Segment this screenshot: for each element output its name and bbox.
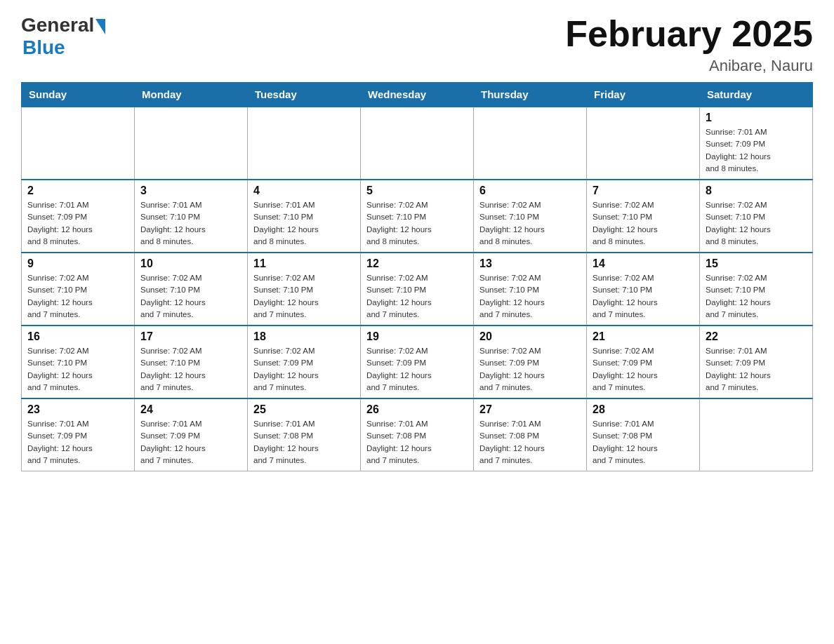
calendar-table: SundayMondayTuesdayWednesdayThursdayFrid… bbox=[21, 82, 813, 471]
day-info: Sunrise: 7:02 AM Sunset: 7:10 PM Dayligh… bbox=[479, 199, 581, 248]
calendar-week-row-3: 9Sunrise: 7:02 AM Sunset: 7:10 PM Daylig… bbox=[22, 253, 813, 326]
day-info: Sunrise: 7:02 AM Sunset: 7:09 PM Dayligh… bbox=[479, 345, 581, 394]
day-info: Sunrise: 7:02 AM Sunset: 7:10 PM Dayligh… bbox=[706, 199, 807, 248]
calendar-week-row-5: 23Sunrise: 7:01 AM Sunset: 7:09 PM Dayli… bbox=[22, 398, 813, 471]
calendar-week-row-1: 1Sunrise: 7:01 AM Sunset: 7:09 PM Daylig… bbox=[22, 107, 813, 180]
day-info: Sunrise: 7:01 AM Sunset: 7:08 PM Dayligh… bbox=[366, 418, 468, 467]
logo-blue-text: Blue bbox=[22, 36, 65, 59]
day-info: Sunrise: 7:02 AM Sunset: 7:10 PM Dayligh… bbox=[593, 199, 694, 248]
calendar-cell: 3Sunrise: 7:01 AM Sunset: 7:10 PM Daylig… bbox=[135, 180, 248, 253]
calendar-cell: 21Sunrise: 7:02 AM Sunset: 7:09 PM Dayli… bbox=[587, 326, 700, 398]
day-info: Sunrise: 7:02 AM Sunset: 7:10 PM Dayligh… bbox=[27, 345, 128, 394]
day-number: 20 bbox=[479, 330, 581, 343]
day-number: 8 bbox=[706, 185, 807, 197]
calendar-cell bbox=[587, 107, 700, 180]
day-number: 12 bbox=[366, 257, 468, 270]
calendar-cell: 17Sunrise: 7:02 AM Sunset: 7:10 PM Dayli… bbox=[135, 326, 248, 398]
day-info: Sunrise: 7:01 AM Sunset: 7:10 PM Dayligh… bbox=[253, 199, 355, 248]
calendar-header-row: SundayMondayTuesdayWednesdayThursdayFrid… bbox=[22, 83, 813, 107]
location-title: Anibare, Nauru bbox=[565, 57, 813, 75]
calendar-cell: 8Sunrise: 7:02 AM Sunset: 7:10 PM Daylig… bbox=[700, 180, 813, 253]
day-number: 27 bbox=[479, 403, 581, 416]
calendar-cell: 12Sunrise: 7:02 AM Sunset: 7:10 PM Dayli… bbox=[361, 253, 474, 326]
day-number: 13 bbox=[479, 257, 581, 270]
calendar-cell: 14Sunrise: 7:02 AM Sunset: 7:10 PM Dayli… bbox=[587, 253, 700, 326]
calendar-cell: 26Sunrise: 7:01 AM Sunset: 7:08 PM Dayli… bbox=[361, 398, 474, 471]
day-number: 14 bbox=[593, 257, 694, 270]
day-number: 16 bbox=[27, 330, 128, 343]
calendar-cell bbox=[361, 107, 474, 180]
day-number: 2 bbox=[27, 185, 128, 197]
logo-general-text: General bbox=[21, 14, 94, 36]
day-number: 22 bbox=[706, 330, 807, 343]
day-number: 17 bbox=[140, 330, 241, 343]
day-number: 9 bbox=[27, 257, 128, 270]
weekday-header-wednesday: Wednesday bbox=[361, 83, 474, 107]
calendar-cell: 10Sunrise: 7:02 AM Sunset: 7:10 PM Dayli… bbox=[135, 253, 248, 326]
calendar-cell: 18Sunrise: 7:02 AM Sunset: 7:09 PM Dayli… bbox=[248, 326, 361, 398]
calendar-cell: 9Sunrise: 7:02 AM Sunset: 7:10 PM Daylig… bbox=[22, 253, 135, 326]
calendar-week-row-2: 2Sunrise: 7:01 AM Sunset: 7:09 PM Daylig… bbox=[22, 180, 813, 253]
day-number: 6 bbox=[479, 185, 581, 197]
month-title: February 2025 bbox=[565, 14, 813, 54]
calendar-cell bbox=[248, 107, 361, 180]
calendar-cell bbox=[135, 107, 248, 180]
calendar-cell: 5Sunrise: 7:02 AM Sunset: 7:10 PM Daylig… bbox=[361, 180, 474, 253]
day-info: Sunrise: 7:01 AM Sunset: 7:09 PM Dayligh… bbox=[27, 199, 128, 248]
day-info: Sunrise: 7:02 AM Sunset: 7:10 PM Dayligh… bbox=[140, 272, 241, 321]
day-info: Sunrise: 7:01 AM Sunset: 7:09 PM Dayligh… bbox=[706, 126, 807, 175]
calendar-cell: 4Sunrise: 7:01 AM Sunset: 7:10 PM Daylig… bbox=[248, 180, 361, 253]
day-info: Sunrise: 7:01 AM Sunset: 7:09 PM Dayligh… bbox=[27, 418, 128, 467]
day-info: Sunrise: 7:02 AM Sunset: 7:09 PM Dayligh… bbox=[366, 345, 468, 394]
day-number: 24 bbox=[140, 403, 241, 416]
logo-triangle-icon bbox=[95, 19, 105, 34]
day-number: 23 bbox=[27, 403, 128, 416]
calendar-cell: 11Sunrise: 7:02 AM Sunset: 7:10 PM Dayli… bbox=[248, 253, 361, 326]
title-block: February 2025 Anibare, Nauru bbox=[565, 14, 813, 75]
calendar-cell: 15Sunrise: 7:02 AM Sunset: 7:10 PM Dayli… bbox=[700, 253, 813, 326]
weekday-header-thursday: Thursday bbox=[474, 83, 587, 107]
page-header: General Blue February 2025 Anibare, Naur… bbox=[21, 14, 813, 75]
day-info: Sunrise: 7:01 AM Sunset: 7:08 PM Dayligh… bbox=[593, 418, 694, 467]
calendar-cell bbox=[700, 398, 813, 471]
calendar-cell bbox=[22, 107, 135, 180]
day-info: Sunrise: 7:01 AM Sunset: 7:08 PM Dayligh… bbox=[479, 418, 581, 467]
weekday-header-monday: Monday bbox=[135, 83, 248, 107]
day-number: 28 bbox=[593, 403, 694, 416]
calendar-week-row-4: 16Sunrise: 7:02 AM Sunset: 7:10 PM Dayli… bbox=[22, 326, 813, 398]
day-info: Sunrise: 7:02 AM Sunset: 7:09 PM Dayligh… bbox=[593, 345, 694, 394]
day-info: Sunrise: 7:02 AM Sunset: 7:10 PM Dayligh… bbox=[706, 272, 807, 321]
logo: General Blue bbox=[21, 14, 105, 59]
day-number: 5 bbox=[366, 185, 468, 197]
day-number: 4 bbox=[253, 185, 355, 197]
day-info: Sunrise: 7:02 AM Sunset: 7:10 PM Dayligh… bbox=[253, 272, 355, 321]
calendar-cell: 6Sunrise: 7:02 AM Sunset: 7:10 PM Daylig… bbox=[474, 180, 587, 253]
calendar-cell: 23Sunrise: 7:01 AM Sunset: 7:09 PM Dayli… bbox=[22, 398, 135, 471]
day-number: 15 bbox=[706, 257, 807, 270]
calendar-cell: 1Sunrise: 7:01 AM Sunset: 7:09 PM Daylig… bbox=[700, 107, 813, 180]
day-info: Sunrise: 7:01 AM Sunset: 7:09 PM Dayligh… bbox=[140, 418, 241, 467]
day-number: 19 bbox=[366, 330, 468, 343]
calendar-cell: 16Sunrise: 7:02 AM Sunset: 7:10 PM Dayli… bbox=[22, 326, 135, 398]
day-number: 25 bbox=[253, 403, 355, 416]
day-number: 1 bbox=[706, 112, 807, 124]
day-number: 21 bbox=[593, 330, 694, 343]
day-info: Sunrise: 7:02 AM Sunset: 7:10 PM Dayligh… bbox=[27, 272, 128, 321]
day-info: Sunrise: 7:02 AM Sunset: 7:10 PM Dayligh… bbox=[479, 272, 581, 321]
weekday-header-tuesday: Tuesday bbox=[248, 83, 361, 107]
day-number: 7 bbox=[593, 185, 694, 197]
calendar-cell: 19Sunrise: 7:02 AM Sunset: 7:09 PM Dayli… bbox=[361, 326, 474, 398]
calendar-cell bbox=[474, 107, 587, 180]
day-info: Sunrise: 7:01 AM Sunset: 7:09 PM Dayligh… bbox=[706, 345, 807, 394]
calendar-cell: 24Sunrise: 7:01 AM Sunset: 7:09 PM Dayli… bbox=[135, 398, 248, 471]
calendar-cell: 7Sunrise: 7:02 AM Sunset: 7:10 PM Daylig… bbox=[587, 180, 700, 253]
day-number: 10 bbox=[140, 257, 241, 270]
weekday-header-sunday: Sunday bbox=[22, 83, 135, 107]
weekday-header-saturday: Saturday bbox=[700, 83, 813, 107]
day-info: Sunrise: 7:02 AM Sunset: 7:10 PM Dayligh… bbox=[366, 272, 468, 321]
day-number: 11 bbox=[253, 257, 355, 270]
calendar-cell: 2Sunrise: 7:01 AM Sunset: 7:09 PM Daylig… bbox=[22, 180, 135, 253]
day-info: Sunrise: 7:01 AM Sunset: 7:08 PM Dayligh… bbox=[253, 418, 355, 467]
day-info: Sunrise: 7:02 AM Sunset: 7:09 PM Dayligh… bbox=[253, 345, 355, 394]
calendar-cell: 13Sunrise: 7:02 AM Sunset: 7:10 PM Dayli… bbox=[474, 253, 587, 326]
